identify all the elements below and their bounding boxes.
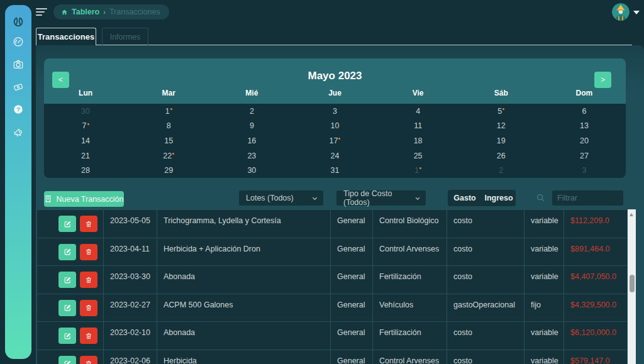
day-number: 30	[247, 166, 256, 175]
calendar-day[interactable]: 2	[460, 163, 543, 178]
calendar-day[interactable]: 19	[460, 133, 543, 148]
calendar-day[interactable]: 11	[377, 119, 460, 134]
calendar-title: Mayo 2023	[44, 70, 626, 82]
lots-select[interactable]: Lotes (Todos)	[239, 190, 323, 206]
user-avatar[interactable]	[612, 3, 630, 21]
lot-cell: General	[331, 322, 373, 350]
description-cell: Herbicida	[157, 350, 331, 364]
calendar-day[interactable]: 13	[543, 119, 626, 134]
amount-cell: $112,209.0	[564, 210, 628, 238]
calendar-day[interactable]: 23	[210, 148, 293, 163]
day-number: 7	[82, 121, 87, 130]
delete-button[interactable]	[80, 244, 97, 260]
money-ticket-icon[interactable]	[13, 81, 25, 93]
date-cell: 2023-02-06	[104, 350, 157, 364]
day-number: 8	[167, 121, 171, 130]
day-number: 1	[414, 166, 419, 175]
calendar-day[interactable]: 1	[377, 163, 460, 178]
svg-text:?: ?	[16, 106, 20, 113]
delete-button[interactable]	[80, 300, 97, 316]
calendar-day-header: Dom	[543, 89, 626, 102]
edit-button[interactable]	[58, 356, 76, 364]
edit-button[interactable]	[58, 216, 76, 232]
edit-button[interactable]	[58, 328, 76, 344]
tab-informes[interactable]: Informes	[102, 28, 148, 45]
new-transaction-button[interactable]: Nueva Transacción	[44, 191, 124, 207]
calendar-day[interactable]: 24	[293, 148, 376, 163]
calendar-day[interactable]: 12	[460, 119, 543, 134]
tab-transacciones[interactable]: Transacciones	[36, 28, 96, 45]
calendar-day-header: Mar	[127, 89, 210, 102]
day-number: 14	[81, 136, 90, 145]
user-menu-caret-icon[interactable]	[633, 11, 640, 14]
calendar-day[interactable]: 18	[377, 133, 460, 148]
calendar-day[interactable]: 31	[293, 163, 376, 178]
calendar-day[interactable]: 10	[293, 119, 376, 134]
calendar-day[interactable]: 26	[460, 148, 543, 163]
calendar-day[interactable]: 20	[543, 133, 626, 148]
delete-button[interactable]	[80, 272, 97, 288]
calendar-next-button[interactable]: >	[594, 72, 611, 88]
transaction-row: 2023-02-10AbonadaGeneralFertilizacióncos…	[37, 322, 627, 350]
calendar: < Mayo 2023 > LunMarMiéJueVieSábDom 3012…	[44, 58, 626, 178]
home-icon	[61, 9, 68, 16]
calendar-day[interactable]: 3	[293, 104, 376, 119]
calendar-day[interactable]: 25	[377, 148, 460, 163]
trash-icon	[85, 304, 92, 312]
camera-icon[interactable]	[13, 58, 25, 70]
filter-input[interactable]	[552, 190, 623, 206]
dashboard-gauge-icon[interactable]	[13, 36, 25, 48]
edit-pencil-icon	[64, 220, 72, 228]
trash-icon	[85, 332, 92, 340]
megaphone-icon[interactable]	[13, 126, 25, 138]
calendar-day[interactable]: 30	[210, 163, 293, 178]
calendar-day[interactable]: 22	[127, 148, 210, 163]
breadcrumb-tablero[interactable]: Tablero	[72, 8, 99, 16]
scrollbar-thumb[interactable]	[630, 275, 635, 292]
calendar-day[interactable]: 30	[44, 104, 127, 119]
event-dot-icon	[172, 153, 174, 155]
scroll-up-arrow-icon[interactable]	[630, 213, 633, 216]
receipt-icon	[44, 195, 52, 203]
logo-plant-icon[interactable]	[9, 14, 28, 33]
day-number: 16	[247, 136, 256, 145]
cost-type-select[interactable]: Tipo de Costo (Todos)	[336, 190, 426, 206]
menu-toggle-icon[interactable]	[36, 8, 47, 16]
calendar-day[interactable]: 4	[377, 104, 460, 119]
edit-button[interactable]	[58, 272, 76, 288]
ingreso-button[interactable]: Ingreso	[482, 194, 516, 202]
calendar-day[interactable]: 6	[543, 104, 626, 119]
calendar-day[interactable]: 17	[293, 133, 376, 148]
help-icon[interactable]: ?	[13, 104, 24, 115]
lot-cell: General	[331, 210, 373, 238]
search-icon	[536, 193, 545, 202]
calendar-day[interactable]: 14	[44, 133, 127, 148]
actions-cell	[37, 350, 104, 364]
calendar-day[interactable]: 28	[44, 163, 127, 178]
calendar-day[interactable]: 7	[44, 119, 127, 134]
delete-button[interactable]	[80, 216, 97, 232]
calendar-body: 3012345678910111213141516171819202122232…	[44, 104, 626, 178]
gasto-button[interactable]: Gasto	[448, 194, 482, 202]
calendar-day[interactable]: 9	[210, 119, 293, 134]
calendar-day[interactable]: 5	[460, 104, 543, 119]
delete-button[interactable]	[80, 328, 97, 344]
day-number: 3	[582, 166, 586, 175]
calendar-day[interactable]: 8	[127, 119, 210, 134]
calendar-day[interactable]: 1	[127, 104, 210, 119]
calendar-day[interactable]: 16	[210, 133, 293, 148]
delete-button[interactable]	[80, 356, 97, 364]
event-dot-icon	[502, 108, 504, 110]
sidebar: ?	[5, 5, 31, 359]
edit-button[interactable]	[58, 300, 76, 316]
calendar-day[interactable]: 15	[127, 133, 210, 148]
calendar-day[interactable]: 21	[44, 148, 127, 163]
calendar-day[interactable]: 27	[543, 148, 626, 163]
edit-button[interactable]	[58, 244, 76, 260]
calendar-day[interactable]: 29	[127, 163, 210, 178]
event-dot-icon	[87, 123, 89, 125]
calendar-day[interactable]: 2	[210, 104, 293, 119]
trash-icon	[85, 220, 92, 228]
table-scrollbar[interactable]	[628, 209, 636, 364]
calendar-day[interactable]: 3	[543, 163, 626, 178]
